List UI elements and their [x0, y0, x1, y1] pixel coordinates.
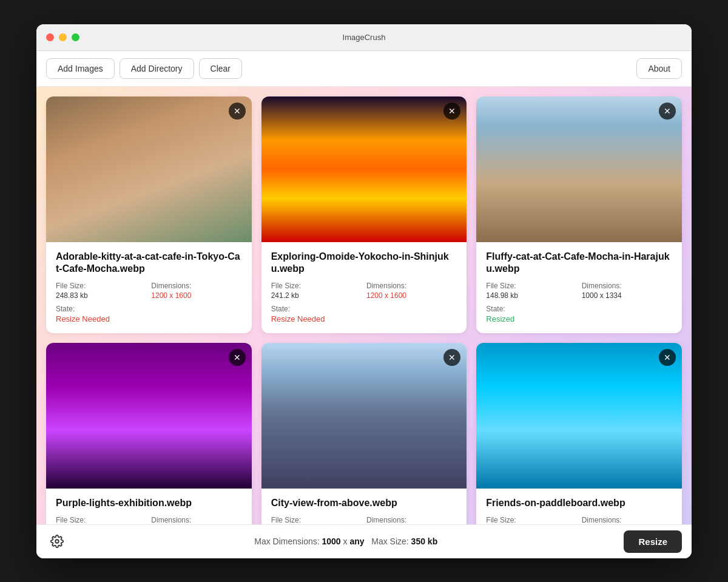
file-size-label: File Size:	[486, 516, 576, 524]
dimensions-value: 1000 x 1334	[582, 291, 672, 300]
image-thumbnail: ✕	[46, 343, 252, 489]
content-area: ✕ Adorable-kitty-at-a-cat-cafe-in-Tokyo-…	[36, 87, 692, 524]
card-meta: File Size: Dimensions: 310.2 kb 1200 x 1…	[486, 516, 672, 524]
resize-button[interactable]: Resize	[624, 530, 682, 553]
filename: Fluffy-cat-at-Cat-Cafe-Mocha-in-Harajuku…	[486, 251, 672, 276]
state-label: State:	[271, 305, 457, 313]
add-directory-button[interactable]: Add Directory	[120, 58, 194, 79]
file-size-label: File Size:	[56, 516, 146, 524]
dimensions-value: 1200 x 1600	[151, 291, 241, 300]
remove-image-button[interactable]: ✕	[659, 103, 676, 120]
card-info: Exploring-Omoide-Yokocho-in-Shinjuku.web…	[261, 242, 467, 334]
filename: Purple-lights-exhibition.webp	[56, 497, 242, 510]
filename: Adorable-kitty-at-a-cat-cafe-in-Tokyo-Ca…	[56, 251, 242, 276]
file-size-label: File Size:	[56, 282, 146, 290]
card-info: Friends-on-paddleboard.webp File Size: D…	[476, 489, 682, 524]
filename: Friends-on-paddleboard.webp	[486, 497, 672, 510]
window-title: ImageCrush	[343, 33, 386, 42]
statusbar-info: Max Dimensions: 1000 x any Max Size: 350…	[68, 536, 624, 546]
file-size-value: 248.83 kb	[56, 291, 146, 300]
image-thumbnail: ✕	[261, 96, 467, 242]
file-size-label: File Size:	[271, 282, 362, 290]
card-meta: File Size: Dimensions: 241.2 kb 1200 x 1…	[271, 282, 457, 300]
dimensions-label: Dimensions:	[582, 516, 672, 524]
file-size-label: File Size:	[486, 282, 576, 290]
gear-icon	[50, 535, 64, 548]
card-meta: File Size: Dimensions: 195.4 kb 1200 x 1…	[56, 516, 242, 524]
toolbar-left: Add Images Add Directory Clear	[46, 58, 242, 79]
dimensions-label: Dimensions:	[151, 516, 241, 524]
image-card: ✕ Fluffy-cat-at-Cat-Cafe-Mocha-in-Haraju…	[476, 96, 682, 334]
filename: City-view-from-above.webp	[271, 497, 457, 510]
image-card: ✕ Adorable-kitty-at-a-cat-cafe-in-Tokyo-…	[46, 96, 252, 334]
image-card: ✕ Exploring-Omoide-Yokocho-in-Shinjuku.w…	[261, 96, 467, 334]
app-window: ImageCrush Add Images Add Directory Clea…	[36, 24, 692, 558]
card-meta: File Size: Dimensions: 248.83 kb 1200 x …	[56, 282, 242, 300]
image-grid: ✕ Adorable-kitty-at-a-cat-cafe-in-Tokyo-…	[46, 96, 682, 524]
file-size-value: 241.2 kb	[271, 291, 362, 300]
state-label: State:	[56, 305, 242, 313]
image-card: ✕ Friends-on-paddleboard.webp File Size:…	[476, 343, 682, 524]
card-meta: File Size: Dimensions: 212.6 kb 1200 x 1…	[271, 516, 457, 524]
close-button[interactable]	[46, 33, 54, 41]
remove-image-button[interactable]: ✕	[229, 349, 246, 366]
image-card: ✕ City-view-from-above.webp File Size: D…	[261, 343, 467, 524]
remove-image-button[interactable]: ✕	[443, 103, 460, 120]
image-thumbnail: ✕	[476, 96, 682, 242]
traffic-lights	[46, 33, 79, 41]
dimensions-label: Dimensions:	[366, 516, 457, 524]
dimensions-label: Dimensions:	[366, 282, 457, 290]
image-card: ✕ Purple-lights-exhibition.webp File Siz…	[46, 343, 252, 524]
state-label: State:	[486, 305, 672, 313]
remove-image-button[interactable]: ✕	[659, 349, 676, 366]
card-info: Adorable-kitty-at-a-cat-cafe-in-Tokyo-Ca…	[46, 242, 252, 334]
settings-button[interactable]	[46, 530, 68, 552]
about-button[interactable]: About	[636, 58, 682, 79]
state-value: Resize Needed	[271, 314, 457, 323]
state-value: Resize Needed	[56, 314, 242, 323]
dimensions-label: Dimensions:	[151, 282, 241, 290]
add-images-button[interactable]: Add Images	[46, 58, 115, 79]
file-size-label: File Size:	[271, 516, 362, 524]
filename: Exploring-Omoide-Yokocho-in-Shinjuku.web…	[271, 251, 457, 276]
image-thumbnail: ✕	[261, 343, 467, 489]
svg-point-0	[55, 540, 59, 543]
card-info: Fluffy-cat-at-Cat-Cafe-Mocha-in-Harajuku…	[476, 242, 682, 334]
card-meta: File Size: Dimensions: 148.98 kb 1000 x …	[486, 282, 672, 300]
remove-image-button[interactable]: ✕	[443, 349, 460, 366]
toolbar: Add Images Add Directory Clear About	[36, 51, 692, 87]
dimensions-label: Dimensions:	[582, 282, 672, 290]
image-thumbnail: ✕	[476, 343, 682, 489]
state-value: Resized	[486, 314, 672, 323]
titlebar: ImageCrush	[36, 24, 692, 51]
file-size-value: 148.98 kb	[486, 291, 576, 300]
statusbar: Max Dimensions: 1000 x any Max Size: 350…	[36, 524, 692, 558]
card-info: Purple-lights-exhibition.webp File Size:…	[46, 489, 252, 524]
card-info: City-view-from-above.webp File Size: Dim…	[261, 489, 467, 524]
dimensions-value: 1200 x 1600	[366, 291, 457, 300]
remove-image-button[interactable]: ✕	[229, 103, 246, 120]
minimize-button[interactable]	[59, 33, 67, 41]
maximize-button[interactable]	[72, 33, 79, 41]
clear-button[interactable]: Clear	[199, 58, 242, 79]
image-thumbnail: ✕	[46, 96, 252, 242]
